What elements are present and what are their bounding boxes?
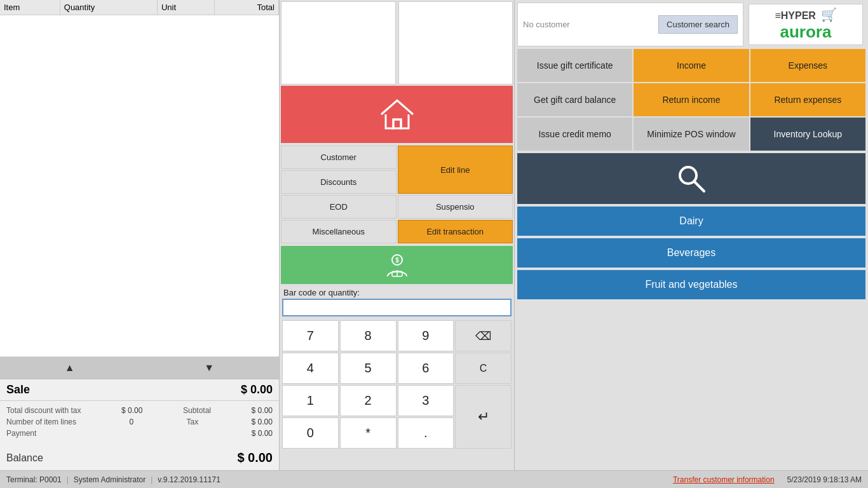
action-grid: Issue gift certificate Income Expenses G…	[515, 48, 868, 152]
subtotal-value: $ 0.00	[252, 406, 273, 415]
logo-hyper-text: ≡HYPER	[775, 10, 815, 21]
sep2: |	[151, 475, 153, 484]
terminal-info: Terminal: P0001	[6, 475, 62, 484]
home-button[interactable]	[281, 86, 513, 143]
balance-label: Balance	[6, 452, 43, 464]
svg-text:$: $	[395, 257, 399, 264]
customer-button[interactable]: Customer	[281, 146, 397, 169]
app: Item Quantity Unit Total ▲ ▼ Sale	[0, 0, 868, 488]
right-panel: No customer Customer search ≡HYPER 🛒 aur…	[515, 0, 868, 470]
dairy-category-button[interactable]: Dairy	[517, 207, 865, 236]
beverages-category-button[interactable]: Beverages	[517, 238, 865, 268]
payment-icon: $	[384, 252, 410, 278]
sale-label: Sale	[6, 383, 30, 396]
num-0[interactable]: 0	[282, 417, 339, 449]
return-income-button[interactable]: Return income	[634, 83, 749, 116]
summary-area: Total discount with tax $ 0.00 Subtotal …	[0, 401, 279, 445]
miscellaneous-button[interactable]: Miscellaneous	[281, 220, 397, 243]
search-area[interactable]	[517, 153, 865, 204]
issue-credit-memo-button[interactable]: Issue credit memo	[517, 118, 632, 151]
middle-panel: Customer Edit line Discounts EOD Suspens…	[280, 0, 515, 470]
num-1[interactable]: 1	[282, 385, 339, 416]
num-5[interactable]: 5	[340, 353, 397, 384]
svg-rect-0	[393, 119, 401, 128]
eod-button[interactable]: EOD	[281, 195, 397, 219]
status-right: Transfer customer information 5/23/2019 …	[673, 475, 862, 484]
inventory-lookup-button[interactable]: Inventory Lookup	[750, 118, 865, 151]
edit-transaction-button[interactable]: Edit transaction	[398, 220, 513, 243]
logo-area: ≡HYPER 🛒 aurora	[749, 4, 863, 45]
num-6[interactable]: 6	[398, 353, 454, 384]
logo-basket-icon: 🛒	[821, 8, 837, 22]
version-info: v.9.12.2019.11171	[158, 475, 220, 484]
num-3[interactable]: 3	[398, 385, 454, 416]
backspace-button[interactable]: ⌫	[455, 320, 512, 351]
barcode-label: Bar code or quantity:	[280, 285, 514, 299]
status-bar: Terminal: P0001 | System Administrator |…	[0, 470, 868, 488]
num-8[interactable]: 8	[340, 320, 397, 351]
no-customer-text: No customer	[523, 20, 658, 29]
payment-button[interactable]: $	[281, 246, 513, 284]
discount-label: Total discount with tax	[6, 406, 81, 415]
num-items-label: Number of item lines	[6, 417, 76, 426]
col-item: Item	[0, 0, 60, 15]
barcode-input-wrap	[280, 299, 514, 319]
expenses-button[interactable]: Expenses	[750, 49, 865, 82]
top-btn-2[interactable]	[398, 1, 513, 85]
top-buttons-row	[280, 0, 514, 86]
customer-area: No customer Customer search	[517, 3, 743, 46]
user-info: System Administrator	[74, 475, 146, 484]
sale-total: $ 0.00	[241, 383, 273, 396]
num-9[interactable]: 9	[398, 320, 454, 351]
logo-aurora-text: aurora	[775, 22, 836, 42]
payment-row: Payment $ 0.00	[6, 429, 273, 438]
numpad: 7 8 9 ⌫ 4 5 6 C 1 2 3 ↵ 0 * .	[280, 319, 514, 450]
scroll-down-button[interactable]: ▼	[140, 357, 280, 379]
get-gift-balance-button[interactable]: Get gift card balance	[517, 83, 632, 116]
col-unit: Unit	[157, 0, 214, 15]
svg-line-6	[695, 182, 704, 191]
main-area: Item Quantity Unit Total ▲ ▼ Sale	[0, 0, 868, 470]
minimize-pos-button[interactable]: Minimize POS window	[634, 118, 749, 151]
col-quantity: Quantity	[60, 0, 157, 15]
num-star[interactable]: *	[340, 417, 397, 449]
fruit-veg-category-button[interactable]: Fruit and vegetables	[517, 270, 865, 299]
discount-value: $ 0.00	[121, 406, 142, 415]
barcode-input[interactable]	[282, 299, 512, 316]
payment-value: $ 0.00	[252, 429, 273, 438]
enter-button[interactable]: ↵	[455, 385, 512, 449]
edit-line-button[interactable]: Edit line	[398, 146, 513, 194]
home-icon	[378, 95, 416, 133]
logo-content: ≡HYPER 🛒 aurora	[775, 7, 836, 42]
num-4[interactable]: 4	[282, 353, 339, 384]
sale-row: Sale $ 0.00	[0, 379, 279, 401]
transfer-customer-link[interactable]: Transfer customer information	[673, 475, 775, 484]
nav-arrows: ▲ ▼	[0, 357, 279, 379]
suspension-button[interactable]: Suspensio	[398, 195, 513, 219]
num-dot[interactable]: .	[398, 417, 454, 449]
num-7[interactable]: 7	[282, 320, 339, 351]
num-2[interactable]: 2	[340, 385, 397, 416]
datetime-info: 5/23/2019 9:18:13 AM	[787, 475, 862, 484]
return-expenses-button[interactable]: Return expenses	[750, 83, 865, 116]
search-icon	[675, 163, 707, 194]
subtotal-label: Subtotal	[183, 406, 211, 415]
left-panel: Item Quantity Unit Total ▲ ▼ Sale	[0, 0, 280, 470]
scroll-up-button[interactable]: ▲	[0, 357, 140, 379]
items-row: Number of item lines 0 Tax $ 0.00	[6, 417, 273, 426]
clear-button[interactable]: C	[455, 353, 512, 384]
balance-row: Balance $ 0.00	[0, 445, 279, 470]
top-btn-1[interactable]	[281, 1, 396, 85]
tax-value: $ 0.00	[252, 417, 273, 426]
issue-gift-cert-button[interactable]: Issue gift certificate	[517, 49, 632, 82]
action-buttons: Customer Edit line Discounts EOD Suspens…	[280, 144, 514, 245]
payment-label: Payment	[6, 429, 36, 438]
transaction-table: Item Quantity Unit Total	[0, 0, 279, 357]
discounts-button[interactable]: Discounts	[281, 170, 397, 194]
sep1: |	[67, 475, 69, 484]
logo-top-line: ≡HYPER 🛒	[775, 7, 836, 22]
income-button[interactable]: Income	[634, 49, 749, 82]
balance-value: $ 0.00	[237, 451, 273, 465]
tax-label: Tax	[187, 417, 199, 426]
customer-search-button[interactable]: Customer search	[658, 15, 738, 34]
